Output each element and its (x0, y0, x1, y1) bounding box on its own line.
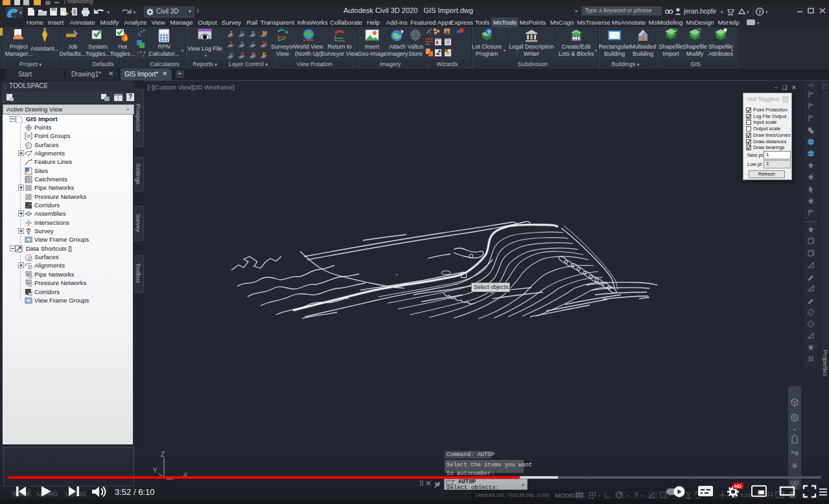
svg-text:▾: ▾ (641, 494, 643, 498)
svg-text:3:52 / 6:10: 3:52 / 6:10 (115, 487, 154, 497)
svg-text:▾: ▾ (627, 494, 629, 498)
svg-text:Z: Z (161, 451, 165, 458)
svg-text:Y: Y (153, 467, 158, 474)
svg-text:▾: ▾ (598, 494, 600, 498)
svg-text:HD: HD (734, 483, 741, 489)
